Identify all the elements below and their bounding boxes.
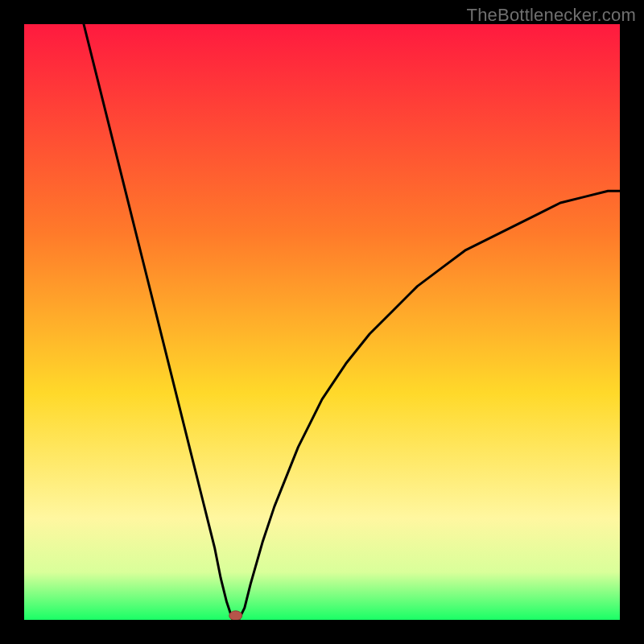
optimal-point-marker	[229, 611, 242, 620]
bottleneck-chart	[24, 24, 620, 620]
plot-area	[24, 24, 620, 620]
chart-frame: TheBottlenecker.com	[0, 0, 644, 644]
watermark-text: TheBottlenecker.com	[467, 5, 636, 26]
gradient-background	[24, 24, 620, 620]
